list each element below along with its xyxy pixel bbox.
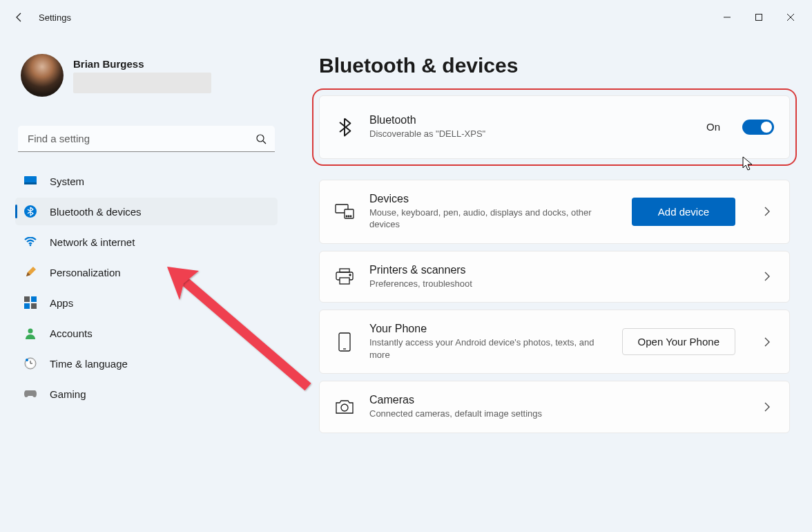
- svg-point-23: [348, 216, 349, 217]
- chevron-right-icon: [760, 207, 774, 216]
- bluetooth-icon: [335, 117, 354, 137]
- svg-rect-12: [24, 303, 30, 309]
- sidebar-item-label: Accounts: [50, 327, 93, 339]
- paintbrush-icon: [23, 265, 37, 279]
- chevron-right-icon: [760, 272, 774, 281]
- sidebar-item-gaming[interactable]: Gaming: [15, 380, 278, 408]
- svg-rect-1: [756, 15, 762, 21]
- card-title: Bluetooth: [369, 114, 691, 126]
- titlebar: Settings: [0, 0, 812, 35]
- content-area: Bluetooth & devices Bluetooth Discoverab…: [284, 35, 804, 532]
- sidebar-item-system[interactable]: System: [15, 167, 278, 195]
- maximize-button[interactable]: [743, 6, 775, 28]
- devices-card[interactable]: Devices Mouse, keyboard, pen, audio, dis…: [319, 180, 790, 244]
- sidebar: Brian Burgess System Bluetooth & devices…: [8, 35, 284, 532]
- phone-card[interactable]: Your Phone Instantly access your Android…: [319, 310, 790, 374]
- sidebar-item-network[interactable]: Network & internet: [15, 228, 278, 256]
- chevron-right-icon: [760, 337, 774, 347]
- card-title: Your Phone: [369, 323, 607, 335]
- toggle-state-label: On: [706, 121, 720, 133]
- bluetooth-toggle[interactable]: [742, 120, 774, 135]
- close-button[interactable]: [775, 6, 806, 28]
- printer-icon: [335, 268, 354, 285]
- sidebar-item-label: Time & language: [50, 358, 128, 370]
- svg-rect-29: [339, 333, 350, 351]
- open-your-phone-button[interactable]: Open Your Phone: [622, 328, 735, 355]
- arrow-left-icon: [14, 12, 25, 23]
- svg-rect-11: [31, 296, 37, 302]
- card-subtitle: Connected cameras, default image setting…: [369, 408, 735, 420]
- svg-rect-27: [340, 278, 349, 284]
- svg-point-28: [349, 274, 351, 276]
- user-email-redacted: [73, 73, 211, 93]
- devices-icon: [335, 204, 354, 219]
- svg-point-19: [26, 359, 28, 361]
- sidebar-item-accounts[interactable]: Accounts: [15, 319, 278, 347]
- user-profile[interactable]: Brian Burgess: [15, 48, 278, 109]
- bluetooth-card: Bluetooth Discoverable as "DELL-XPS" On: [319, 95, 790, 159]
- wifi-icon: [23, 235, 37, 249]
- card-title: Devices: [369, 193, 617, 205]
- minimize-button[interactable]: [711, 6, 743, 28]
- sidebar-item-label: Bluetooth & devices: [50, 206, 142, 218]
- sidebar-item-label: Network & internet: [50, 236, 135, 248]
- svg-rect-10: [24, 296, 30, 302]
- page-title: Bluetooth & devices: [319, 54, 790, 77]
- apps-icon: [23, 296, 37, 310]
- sidebar-item-apps[interactable]: Apps: [15, 289, 278, 316]
- gamepad-icon: [23, 387, 37, 401]
- bluetooth-icon: [23, 205, 37, 218]
- svg-point-22: [346, 216, 347, 217]
- search-input[interactable]: [18, 126, 275, 152]
- window-controls: [711, 6, 806, 28]
- svg-point-31: [341, 404, 348, 411]
- nav-list: System Bluetooth & devices Network & int…: [15, 167, 278, 408]
- card-subtitle: Discoverable as "DELL-XPS": [369, 128, 691, 140]
- avatar: [21, 54, 64, 97]
- svg-point-24: [350, 216, 351, 217]
- phone-icon: [335, 332, 354, 352]
- sidebar-item-label: Gaming: [50, 388, 86, 400]
- svg-point-14: [28, 329, 33, 334]
- card-title: Cameras: [369, 394, 735, 406]
- sidebar-item-bluetooth[interactable]: Bluetooth & devices: [15, 198, 278, 225]
- svg-point-9: [30, 245, 32, 247]
- sidebar-item-time[interactable]: Time & language: [15, 350, 278, 377]
- svg-rect-25: [340, 269, 349, 272]
- card-subtitle: Mouse, keyboard, pen, audio, displays an…: [369, 207, 617, 231]
- person-icon: [23, 326, 37, 340]
- card-subtitle: Instantly access your Android device's p…: [369, 336, 607, 361]
- sidebar-item-personalization[interactable]: Personalization: [15, 258, 278, 286]
- sidebar-item-label: Apps: [50, 297, 73, 309]
- cameras-card[interactable]: Cameras Connected cameras, default image…: [319, 381, 790, 433]
- add-device-button[interactable]: Add device: [632, 198, 735, 226]
- svg-rect-13: [31, 303, 37, 309]
- card-subtitle: Preferences, troubleshoot: [369, 278, 735, 290]
- display-icon: [23, 174, 37, 188]
- back-button[interactable]: [6, 3, 33, 31]
- card-title: Printers & scanners: [369, 264, 735, 276]
- printers-card[interactable]: Printers & scanners Preferences, trouble…: [319, 251, 790, 303]
- svg-rect-7: [24, 182, 37, 184]
- search-container: [18, 126, 275, 152]
- camera-icon: [335, 399, 354, 415]
- sidebar-item-label: System: [50, 175, 84, 187]
- user-name: Brian Burgess: [73, 58, 211, 70]
- clock-icon: [23, 357, 37, 370]
- app-title: Settings: [39, 12, 71, 23]
- chevron-right-icon: [760, 402, 774, 412]
- sidebar-item-label: Personalization: [50, 267, 121, 278]
